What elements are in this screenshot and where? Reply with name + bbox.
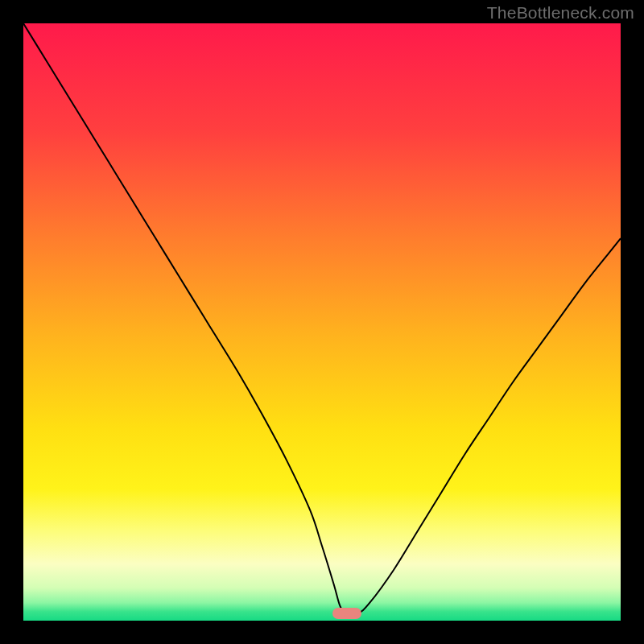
plot-area [23, 23, 621, 621]
chart-frame: TheBottleneck.com [0, 0, 644, 644]
optimal-point-marker [332, 608, 361, 618]
bottleneck-curve [23, 23, 621, 621]
watermark-text: TheBottleneck.com [487, 3, 634, 23]
